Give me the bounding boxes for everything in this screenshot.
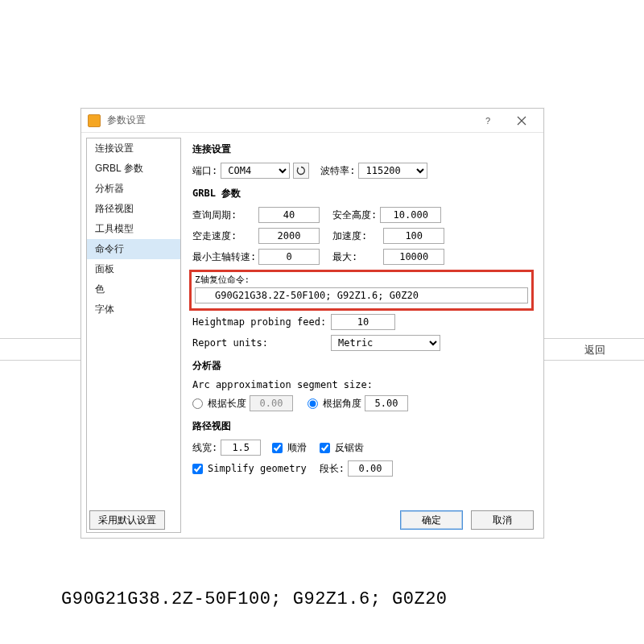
- sidebar-item-commandline[interactable]: 命令行: [87, 239, 180, 259]
- segment-label: 段长:: [320, 462, 345, 476]
- idle-input[interactable]: [258, 228, 320, 244]
- close-button[interactable]: [505, 109, 539, 132]
- safe-label: 安全高度:: [332, 208, 377, 222]
- sidebar-item-grbl[interactable]: GRBL 参数: [87, 159, 180, 179]
- z-reset-highlight: Z轴复位命令:: [189, 270, 534, 311]
- smooth-label: 顺滑: [287, 441, 307, 455]
- refresh-ports-button[interactable]: [293, 163, 309, 179]
- smooth-checkbox[interactable]: [272, 442, 284, 453]
- by-length-radio[interactable]: [192, 398, 204, 409]
- port-select[interactable]: COM4: [221, 163, 290, 179]
- accel-input[interactable]: [383, 228, 444, 244]
- cancel-button[interactable]: 取消: [471, 510, 534, 530]
- svg-marker-3: [297, 167, 299, 169]
- titlebar: 参数设置 ?: [81, 109, 543, 133]
- app-icon: [88, 114, 101, 127]
- idle-label: 空走速度:: [192, 229, 255, 243]
- spindle-max-label: 最大:: [332, 250, 357, 264]
- sidebar-item-toolmodel[interactable]: 工具模型: [87, 219, 180, 239]
- sidebar-item-panel[interactable]: 面板: [87, 259, 180, 279]
- section-connection-title: 连接设置: [192, 142, 534, 156]
- spindle-max-input[interactable]: [383, 249, 444, 265]
- by-length-label: 根据长度: [208, 397, 246, 411]
- sidebar-item-connection[interactable]: 连接设置: [87, 138, 180, 159]
- help-button[interactable]: ?: [471, 109, 505, 132]
- defaults-button[interactable]: 采用默认设置: [89, 510, 165, 530]
- sidebar: 连接设置 GRBL 参数 分析器 路径视图 工具模型 命令行 面板 色 字体: [86, 138, 181, 533]
- sidebar-item-color[interactable]: 色: [87, 279, 180, 299]
- section-pathview-title: 路径视图: [192, 419, 534, 433]
- poll-input[interactable]: [258, 207, 320, 223]
- safe-input[interactable]: [380, 207, 441, 223]
- antialias-checkbox[interactable]: [320, 442, 332, 453]
- spindle-min-label: 最小主轴转速:: [192, 250, 255, 264]
- report-units-select[interactable]: Metric: [331, 335, 440, 351]
- baud-select[interactable]: 115200: [358, 163, 427, 179]
- return-label[interactable]: 返回: [584, 343, 605, 357]
- by-angle-label: 根据角度: [323, 397, 361, 411]
- refresh-icon: [296, 166, 306, 175]
- svg-text:?: ?: [485, 116, 490, 126]
- by-angle-radio[interactable]: [308, 398, 320, 409]
- arc-approx-label: Arc approximation segment size:: [192, 379, 373, 390]
- ok-button[interactable]: 确定: [400, 510, 463, 530]
- dialog-title: 参数设置: [107, 114, 471, 127]
- port-label: 端口:: [192, 164, 217, 178]
- z-reset-label: Z轴复位命令:: [195, 274, 528, 286]
- linewidth-input[interactable]: [221, 440, 261, 456]
- section-grbl-title: GRBL 参数: [192, 187, 534, 200]
- spindle-min-input[interactable]: [258, 249, 320, 265]
- simplify-label: Simplify geometry: [208, 463, 307, 474]
- accel-label: 加速度:: [332, 229, 367, 243]
- baud-label: 波特率:: [320, 164, 355, 178]
- sidebar-item-analyzer[interactable]: 分析器: [87, 179, 180, 199]
- section-analyzer-title: 分析器: [192, 359, 534, 373]
- heightmap-label: Heightmap probing feed:: [192, 316, 328, 328]
- sidebar-item-font[interactable]: 字体: [87, 299, 180, 320]
- report-units-label: Report units:: [192, 337, 328, 349]
- poll-label: 查询周期:: [192, 208, 255, 222]
- z-reset-input[interactable]: [195, 287, 528, 303]
- heightmap-input[interactable]: [331, 314, 395, 330]
- content-pane: 连接设置 端口: COM4 波特率: 115200 GRBL 参数 查询周期:: [181, 133, 543, 538]
- segment-input[interactable]: [348, 460, 393, 477]
- antialias-label: 反锯齿: [335, 441, 364, 455]
- simplify-checkbox[interactable]: [192, 463, 204, 474]
- settings-dialog: 参数设置 ? 连接设置 GRBL 参数 分析器 路径视图 工具模型 命令行 面板…: [80, 108, 544, 539]
- sidebar-item-pathview[interactable]: 路径视图: [87, 199, 180, 219]
- bottom-gcode-text: G90G21G38.2Z-50F100; G92Z1.6; G0Z20: [61, 589, 448, 609]
- by-length-input: [250, 395, 293, 411]
- by-angle-input[interactable]: [365, 395, 408, 411]
- linewidth-label: 线宽:: [192, 441, 217, 455]
